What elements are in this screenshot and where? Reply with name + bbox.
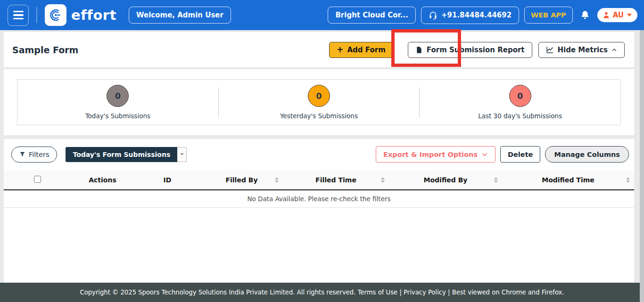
submissions-section: Filters Today's Form Submissions Export … bbox=[4, 139, 634, 283]
metric-today: 0 Today's Submissions bbox=[17, 80, 218, 125]
chevron-down-icon bbox=[180, 153, 184, 155]
column-header-filled-by[interactable]: Filled By bbox=[200, 170, 283, 190]
footer: Copyright © 2025 Spoors Technology Solut… bbox=[0, 283, 644, 302]
add-form-label: Add Form bbox=[347, 46, 386, 54]
metrics-section: 0 Today's Submissions 0 Yesterday's Subm… bbox=[4, 69, 634, 135]
column-label: Filled Time bbox=[315, 176, 356, 184]
user-avatar-menu[interactable]: AU bbox=[597, 8, 637, 22]
submissions-table: Actions ID Filled By Filled Time Modifie… bbox=[4, 170, 634, 208]
user-icon bbox=[602, 11, 611, 19]
hide-metrics-button[interactable]: Hide Metrics bbox=[538, 42, 625, 58]
table-header-row: Actions ID Filled By Filled Time Modifie… bbox=[4, 170, 634, 190]
metric-last30-label: Last 30 day's Submissions bbox=[478, 112, 562, 120]
app-name: effort bbox=[71, 7, 116, 23]
column-label: Modified Time bbox=[542, 176, 594, 184]
header-divider bbox=[36, 7, 37, 23]
web-app-label: WEB APP bbox=[531, 11, 566, 19]
privacy-policy-link[interactable]: Privacy Policy bbox=[404, 289, 446, 296]
web-app-button[interactable]: WEB APP bbox=[524, 7, 572, 24]
footer-separator: | bbox=[397, 289, 404, 296]
best-viewed-text: Best viewed on Chrome and Firefox. bbox=[452, 289, 564, 296]
chevron-up-icon bbox=[611, 47, 617, 53]
export-import-label: Export & Import Options bbox=[383, 151, 478, 158]
support-phone-button[interactable]: +91.84484.44692 bbox=[421, 7, 519, 24]
welcome-user-button[interactable]: Welcome, Admin User bbox=[129, 7, 231, 24]
headset-icon bbox=[429, 11, 438, 20]
sort-icon[interactable] bbox=[275, 177, 279, 183]
top-navbar: effort Welcome, Admin User Bright Cloud … bbox=[0, 0, 644, 30]
add-form-button[interactable]: + Add Form bbox=[329, 42, 393, 58]
column-header-modified-by[interactable]: Modified By bbox=[389, 170, 502, 190]
filters-button[interactable]: Filters bbox=[11, 147, 57, 163]
metric-last30-count: 0 bbox=[509, 85, 531, 107]
metric-last30: 0 Last 30 day's Submissions bbox=[420, 80, 620, 125]
column-header-modified-time[interactable]: Modified Time bbox=[502, 170, 634, 190]
metric-yesterday: 0 Yesterday's Submissions bbox=[219, 80, 420, 125]
sort-icon[interactable] bbox=[626, 177, 630, 183]
funnel-icon bbox=[19, 151, 25, 157]
export-import-options-button[interactable]: Export & Import Options bbox=[376, 146, 495, 163]
bell-icon bbox=[580, 10, 590, 20]
terms-of-use-link[interactable]: Terms of Use bbox=[358, 289, 398, 296]
document-icon bbox=[415, 46, 423, 54]
organization-label: Bright Cloud Cor... bbox=[335, 11, 408, 19]
vertical-scrollbar[interactable] bbox=[640, 30, 644, 302]
no-data-message: No Data Available. Please re-check the f… bbox=[4, 190, 634, 207]
view-select-value: Today's Form Submissions bbox=[66, 147, 177, 162]
sort-icon[interactable] bbox=[381, 177, 385, 183]
chart-icon bbox=[546, 46, 554, 54]
column-header-filled-time[interactable]: Filled Time bbox=[283, 170, 389, 190]
chevron-down-icon bbox=[627, 14, 632, 16]
submission-view-select[interactable]: Today's Form Submissions bbox=[66, 147, 187, 162]
filters-label: Filters bbox=[29, 151, 49, 158]
column-label: Modified By bbox=[424, 176, 468, 184]
avatar-initials: AU bbox=[613, 11, 624, 19]
column-header-actions: Actions bbox=[71, 170, 134, 190]
notifications-button[interactable] bbox=[578, 10, 592, 20]
chevron-down-icon bbox=[481, 151, 488, 158]
organization-button[interactable]: Bright Cloud Cor... bbox=[328, 7, 416, 24]
report-button-label: Form Submission Report bbox=[427, 46, 525, 54]
select-all-checkbox[interactable] bbox=[34, 176, 41, 183]
phone-number: +91.84484.44692 bbox=[441, 11, 512, 19]
metrics-panel: 0 Today's Submissions 0 Yesterday's Subm… bbox=[17, 79, 621, 125]
footer-separator: | bbox=[446, 289, 452, 296]
welcome-label: Welcome, Admin User bbox=[136, 11, 223, 19]
metric-today-count: 0 bbox=[107, 85, 129, 107]
plus-icon: + bbox=[337, 46, 343, 54]
metric-yesterday-label: Yesterday's Submissions bbox=[280, 112, 358, 120]
empty-state-row: No Data Available. Please re-check the f… bbox=[4, 190, 634, 207]
metric-today-label: Today's Submissions bbox=[85, 112, 150, 120]
manage-columns-label: Manage Columns bbox=[554, 151, 620, 158]
metric-yesterday-count: 0 bbox=[308, 85, 330, 107]
page-header-section: Sample Form + Add Form Form Submission R… bbox=[4, 32, 634, 68]
app-logo[interactable]: effort bbox=[45, 4, 116, 26]
effort-logo-icon bbox=[45, 4, 66, 26]
delete-label: Delete bbox=[508, 151, 533, 158]
sort-icon[interactable] bbox=[494, 177, 498, 183]
column-label: Filled By bbox=[225, 176, 257, 184]
view-select-caret[interactable] bbox=[177, 147, 187, 162]
column-header-id: ID bbox=[134, 170, 200, 190]
select-all-cell bbox=[4, 170, 71, 190]
manage-columns-button[interactable]: Manage Columns bbox=[545, 146, 629, 163]
page-title: Sample Form bbox=[12, 45, 78, 55]
menu-hamburger-button[interactable] bbox=[8, 5, 29, 26]
copyright-text: Copyright © 2025 Spoors Technology Solut… bbox=[80, 289, 357, 296]
form-submission-report-button[interactable]: Form Submission Report bbox=[408, 42, 532, 58]
hide-metrics-label: Hide Metrics bbox=[558, 46, 608, 54]
delete-button[interactable]: Delete bbox=[500, 146, 540, 163]
